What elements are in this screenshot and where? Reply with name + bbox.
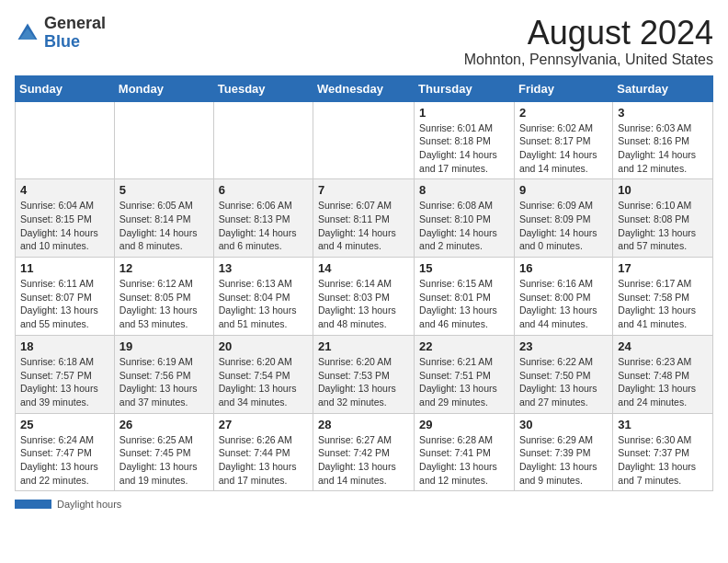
day-info: Sunrise: 6:30 AM Sunset: 7:37 PM Dayligh…	[618, 433, 708, 488]
calendar-cell: 9Sunrise: 6:09 AM Sunset: 8:09 PM Daylig…	[514, 179, 612, 258]
day-info: Sunrise: 6:07 AM Sunset: 8:11 PM Dayligh…	[318, 199, 409, 253]
calendar-cell: 22Sunrise: 6:21 AM Sunset: 7:51 PM Dayli…	[415, 335, 515, 413]
day-header-thursday: Thursday	[415, 75, 515, 101]
day-number: 22	[419, 339, 509, 353]
day-header-saturday: Saturday	[613, 75, 713, 101]
day-info: Sunrise: 6:17 AM Sunset: 7:58 PM Dayligh…	[618, 277, 708, 331]
calendar-cell: 12Sunrise: 6:12 AM Sunset: 8:05 PM Dayli…	[114, 258, 213, 336]
calendar-week-2: 4Sunrise: 6:04 AM Sunset: 8:15 PM Daylig…	[16, 179, 713, 258]
day-number: 16	[519, 261, 608, 275]
calendar-week-1: 1Sunrise: 6:01 AM Sunset: 8:18 PM Daylig…	[16, 101, 713, 179]
day-number: 3	[618, 106, 708, 120]
day-number: 15	[419, 261, 509, 275]
day-number: 14	[318, 261, 409, 275]
day-info: Sunrise: 6:04 AM Sunset: 8:15 PM Dayligh…	[20, 199, 109, 253]
page-header: General Blue August 2024 Mohnton, Pennsy…	[15, 15, 713, 68]
day-number: 12	[119, 261, 209, 275]
calendar-cell: 29Sunrise: 6:28 AM Sunset: 7:41 PM Dayli…	[415, 413, 515, 491]
day-number: 24	[618, 339, 708, 353]
calendar-cell: 19Sunrise: 6:19 AM Sunset: 7:56 PM Dayli…	[114, 335, 213, 413]
day-info: Sunrise: 6:21 AM Sunset: 7:51 PM Dayligh…	[419, 355, 509, 409]
day-number: 5	[119, 183, 209, 197]
day-number: 23	[519, 339, 608, 353]
day-info: Sunrise: 6:20 AM Sunset: 7:54 PM Dayligh…	[219, 355, 308, 409]
day-number: 8	[419, 183, 509, 197]
day-number: 30	[519, 418, 608, 431]
title-block: August 2024 Mohnton, Pennsylvania, Unite…	[464, 15, 713, 68]
day-number: 1	[419, 106, 509, 120]
calendar-header-row: SundayMondayTuesdayWednesdayThursdayFrid…	[16, 75, 713, 101]
calendar-cell: 23Sunrise: 6:22 AM Sunset: 7:50 PM Dayli…	[514, 335, 612, 413]
day-number: 6	[219, 183, 308, 197]
day-info: Sunrise: 6:14 AM Sunset: 8:03 PM Dayligh…	[318, 277, 409, 331]
day-info: Sunrise: 6:03 AM Sunset: 8:16 PM Dayligh…	[618, 121, 708, 176]
day-number: 26	[119, 418, 209, 431]
day-header-wednesday: Wednesday	[313, 75, 415, 101]
day-info: Sunrise: 6:25 AM Sunset: 7:45 PM Dayligh…	[119, 433, 209, 488]
day-header-monday: Monday	[114, 75, 213, 101]
day-info: Sunrise: 6:09 AM Sunset: 8:09 PM Dayligh…	[519, 199, 608, 253]
day-info: Sunrise: 6:27 AM Sunset: 7:42 PM Dayligh…	[318, 433, 409, 488]
day-number: 19	[119, 339, 209, 353]
calendar-cell: 31Sunrise: 6:30 AM Sunset: 7:37 PM Dayli…	[613, 413, 713, 491]
day-info: Sunrise: 6:16 AM Sunset: 8:00 PM Dayligh…	[519, 277, 608, 331]
calendar-table: SundayMondayTuesdayWednesdayThursdayFrid…	[15, 75, 713, 492]
day-number: 27	[219, 418, 308, 431]
footer-label: Daylight hours	[57, 499, 121, 510]
day-number: 11	[20, 261, 109, 275]
calendar-cell	[114, 101, 213, 179]
calendar-cell: 21Sunrise: 6:20 AM Sunset: 7:53 PM Dayli…	[313, 335, 415, 413]
logo: General Blue	[15, 15, 106, 52]
daylight-bar	[15, 500, 51, 509]
day-number: 13	[219, 261, 308, 275]
calendar-cell: 4Sunrise: 6:04 AM Sunset: 8:15 PM Daylig…	[16, 179, 115, 258]
day-info: Sunrise: 6:06 AM Sunset: 8:13 PM Dayligh…	[219, 199, 308, 253]
day-info: Sunrise: 6:18 AM Sunset: 7:57 PM Dayligh…	[20, 355, 109, 409]
day-number: 28	[318, 418, 409, 431]
day-number: 29	[419, 418, 509, 431]
day-info: Sunrise: 6:12 AM Sunset: 8:05 PM Dayligh…	[119, 277, 209, 331]
day-info: Sunrise: 6:13 AM Sunset: 8:04 PM Dayligh…	[219, 277, 308, 331]
logo-icon	[15, 20, 40, 46]
main-title: August 2024	[464, 15, 713, 52]
calendar-cell	[16, 101, 115, 179]
day-info: Sunrise: 6:15 AM Sunset: 8:01 PM Dayligh…	[419, 277, 509, 331]
calendar-cell: 15Sunrise: 6:15 AM Sunset: 8:01 PM Dayli…	[415, 258, 515, 336]
day-number: 31	[618, 418, 708, 431]
day-info: Sunrise: 6:05 AM Sunset: 8:14 PM Dayligh…	[119, 199, 209, 253]
calendar-cell: 20Sunrise: 6:20 AM Sunset: 7:54 PM Dayli…	[213, 335, 313, 413]
calendar-cell: 18Sunrise: 6:18 AM Sunset: 7:57 PM Dayli…	[16, 335, 115, 413]
day-number: 17	[618, 261, 708, 275]
calendar-cell: 10Sunrise: 6:10 AM Sunset: 8:08 PM Dayli…	[613, 179, 713, 258]
day-number: 10	[618, 183, 708, 197]
calendar-cell: 16Sunrise: 6:16 AM Sunset: 8:00 PM Dayli…	[514, 258, 612, 336]
day-number: 4	[20, 183, 109, 197]
day-info: Sunrise: 6:23 AM Sunset: 7:48 PM Dayligh…	[618, 355, 708, 409]
calendar-cell: 1Sunrise: 6:01 AM Sunset: 8:18 PM Daylig…	[415, 101, 515, 179]
calendar-cell: 13Sunrise: 6:13 AM Sunset: 8:04 PM Dayli…	[213, 258, 313, 336]
calendar-cell	[213, 101, 313, 179]
calendar-cell: 6Sunrise: 6:06 AM Sunset: 8:13 PM Daylig…	[213, 179, 313, 258]
day-info: Sunrise: 6:10 AM Sunset: 8:08 PM Dayligh…	[618, 199, 708, 253]
day-header-friday: Friday	[514, 75, 612, 101]
day-info: Sunrise: 6:08 AM Sunset: 8:10 PM Dayligh…	[419, 199, 509, 253]
day-number: 20	[219, 339, 308, 353]
logo-blue-text: Blue	[44, 32, 80, 51]
calendar-cell	[313, 101, 415, 179]
calendar-cell: 7Sunrise: 6:07 AM Sunset: 8:11 PM Daylig…	[313, 179, 415, 258]
day-info: Sunrise: 6:22 AM Sunset: 7:50 PM Dayligh…	[519, 355, 608, 409]
day-header-tuesday: Tuesday	[213, 75, 313, 101]
footer-note: Daylight hours	[15, 499, 713, 510]
day-info: Sunrise: 6:29 AM Sunset: 7:39 PM Dayligh…	[519, 433, 608, 488]
day-info: Sunrise: 6:20 AM Sunset: 7:53 PM Dayligh…	[318, 355, 409, 409]
day-number: 7	[318, 183, 409, 197]
day-info: Sunrise: 6:28 AM Sunset: 7:41 PM Dayligh…	[419, 433, 509, 488]
day-number: 25	[20, 418, 109, 431]
day-number: 2	[519, 106, 608, 120]
calendar-cell: 14Sunrise: 6:14 AM Sunset: 8:03 PM Dayli…	[313, 258, 415, 336]
day-number: 21	[318, 339, 409, 353]
calendar-cell: 2Sunrise: 6:02 AM Sunset: 8:17 PM Daylig…	[514, 101, 612, 179]
calendar-cell: 17Sunrise: 6:17 AM Sunset: 7:58 PM Dayli…	[613, 258, 713, 336]
calendar-cell: 8Sunrise: 6:08 AM Sunset: 8:10 PM Daylig…	[415, 179, 515, 258]
day-info: Sunrise: 6:02 AM Sunset: 8:17 PM Dayligh…	[519, 121, 608, 176]
